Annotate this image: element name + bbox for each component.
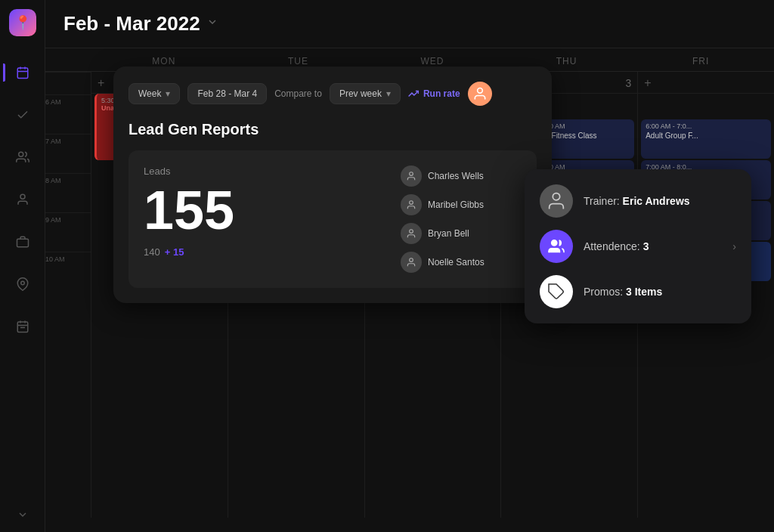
lead-avatar-3 [401,223,422,244]
svg-point-14 [410,172,413,176]
trainer-row: Trainer: Eric Andrews [540,184,736,218]
event-title: Adult Group F... [646,131,766,140]
time-10am: 10 AM [45,252,91,291]
time-7am: 7 AM [45,134,91,173]
svg-rect-6 [17,239,28,247]
lead-person-1[interactable]: Charles Wells [401,165,522,187]
compare-label: Compare to [274,88,322,99]
sidebar-item-users[interactable] [11,145,35,169]
attendance-icon [540,230,573,263]
lead-name-3: Bryan Bell [428,228,469,239]
leads-base: 140 [144,246,160,258]
svg-point-5 [20,194,25,199]
reports-title: Lead Gen Reports [128,121,537,138]
leads-left-section: Leads 155 140 + 15 [144,165,385,273]
sidebar-chevron-icon[interactable] [17,509,29,523]
prev-week-chevron-icon: ▾ [386,88,391,99]
time-8am: 8 AM [45,173,91,212]
promos-row[interactable]: Promos: 3 Items [540,275,736,308]
sidebar-item-calendar[interactable] [11,60,35,85]
date-range-label: Feb 28 - Mar 4 [197,88,257,99]
lead-avatar-4 [401,252,422,273]
svg-point-13 [477,88,482,94]
reports-toolbar: Week ▾ Feb 28 - Mar 4 Compare to Prev we… [128,82,537,106]
leads-card: Leads 155 140 + 15 Charles Wells [128,150,537,288]
fri-event-1[interactable]: 6:00 AM - 7:0... Adult Group F... [641,119,771,159]
sidebar-item-check[interactable] [11,103,35,127]
session-popup: Trainer: Eric Andrews Attendence: 3 › [525,169,751,323]
lead-avatar-1 [401,165,422,187]
lead-name-4: Noelle Santos [428,257,485,268]
sidebar: 📍 [0,0,45,532]
sidebar-item-location[interactable] [11,272,35,296]
trainer-avatar [540,184,573,218]
friday-add-icon[interactable]: + [644,76,651,90]
lead-name-1: Charles Wells [428,171,484,181]
svg-rect-0 [17,68,28,79]
friday-header: + [638,72,774,94]
time-9am: 9 AM [45,212,91,252]
calendar-view: MON TUE WED THU FRI 6 AM 7 AM 8 AM 9 AM … [45,48,774,532]
attendance-info: Attendence: 3 [584,240,649,252]
attendance-arrow-icon[interactable]: › [732,240,736,252]
svg-point-15 [410,201,413,205]
event-time: 6:00 AM - 7:0... [646,122,766,130]
week-selector[interactable]: Week ▾ [128,83,180,104]
app-logo[interactable]: 📍 [9,9,36,36]
svg-point-18 [553,193,559,200]
trainer-info: Trainer: Eric Andrews [584,195,690,207]
thursday-date: 3 [625,77,631,89]
promos-label: Promos: [584,286,623,298]
run-rate-label: Run rate [423,88,460,99]
lead-person-3[interactable]: Bryan Bell [401,223,522,244]
title-chevron-icon[interactable] [206,16,218,32]
header: Feb - Mar 2022 [45,0,774,48]
time-6am: 6 AM [45,94,91,134]
trainer-label: Trainer: [584,195,620,207]
svg-point-16 [410,230,413,234]
promo-icon [540,275,573,308]
svg-point-19 [552,240,557,246]
date-range-selector[interactable]: Feb 28 - Mar 4 [187,83,267,104]
logo-icon: 📍 [14,14,31,31]
user-avatar[interactable] [468,82,492,106]
page-title: Feb - Mar 2022 [63,12,200,36]
lead-name-2: Maribel Gibbs [428,200,484,210]
trainer-name: Eric Andrews [623,195,690,207]
sidebar-item-briefcase[interactable] [11,230,35,254]
lead-person-2[interactable]: Maribel Gibbs [401,194,522,215]
reports-overlay: Week ▾ Feb 28 - Mar 4 Compare to Prev we… [113,66,552,303]
lead-person-4[interactable]: Noelle Santos [401,252,522,273]
svg-point-7 [20,281,24,285]
leads-new: + 15 [165,246,184,258]
svg-point-4 [18,152,23,156]
week-chevron-icon: ▾ [166,88,170,99]
leads-label: Leads [144,165,385,177]
leads-right-section: Charles Wells Maribel Gibbs Bryan Bell [401,165,522,273]
prev-week-label: Prev week [339,88,382,99]
svg-point-17 [410,258,413,262]
attendance-row[interactable]: Attendence: 3 › [540,230,736,263]
run-rate-button[interactable]: Run rate [408,88,460,99]
promos-info: Promos: 3 Items [584,286,662,298]
day-fri: FRI [633,48,768,71]
attendance-label: Attendence: [584,240,640,252]
attendance-count: 3 [643,240,649,252]
promos-value: 3 Items [626,286,662,298]
leads-breakdown: 140 + 15 [144,246,385,258]
main-content: Feb - Mar 2022 MON TUE WED THU FRI 6 AM … [45,0,774,532]
lead-avatar-2 [401,194,422,215]
leads-number: 155 [144,183,385,237]
prev-week-selector[interactable]: Prev week ▾ [330,83,401,104]
week-label: Week [138,88,161,99]
monday-add-icon[interactable]: + [98,76,104,90]
sidebar-item-schedule[interactable] [11,314,35,339]
time-column: 6 AM 7 AM 8 AM 9 AM 10 AM [45,72,91,518]
sidebar-item-person[interactable] [11,187,35,212]
